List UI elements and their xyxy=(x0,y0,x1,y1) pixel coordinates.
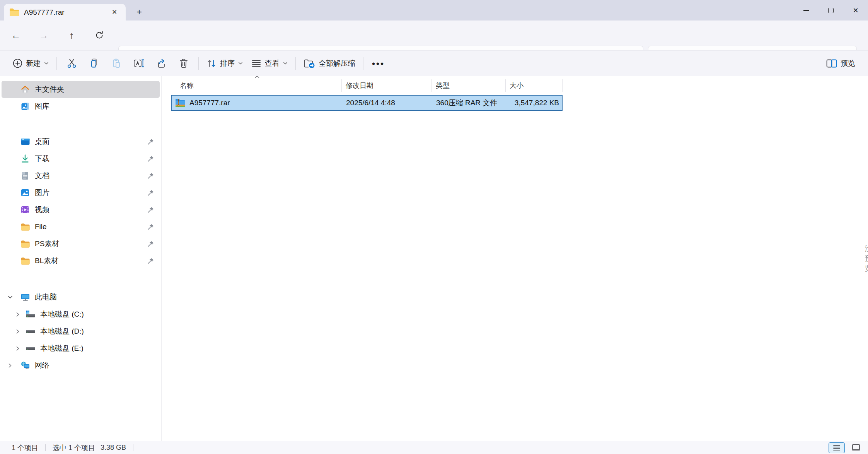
column-header-size[interactable]: 大小 xyxy=(506,79,563,92)
pin-icon xyxy=(147,138,154,145)
sidebar-item-label: 图片 xyxy=(35,188,49,198)
sidebar-item-pictures[interactable]: 图片 xyxy=(2,184,160,201)
sidebar-item-desktop[interactable]: 桌面 xyxy=(2,133,160,150)
network-icon xyxy=(20,360,30,370)
desktop-icon xyxy=(20,137,30,147)
sidebar-item-label: BL素材 xyxy=(35,256,58,266)
rename-button[interactable] xyxy=(128,54,150,73)
cut-button[interactable] xyxy=(60,54,83,73)
toolbar-left: 新建 排序 xyxy=(9,51,389,76)
sidebar-item-file-folder[interactable]: File xyxy=(2,218,160,235)
details-view-button[interactable] xyxy=(829,442,845,453)
refresh-icon xyxy=(95,31,104,40)
file-row-selected[interactable]: A957777.rar 2025/6/14 4:48 360压缩 RAR 文件 … xyxy=(171,95,563,111)
gallery-icon xyxy=(20,101,30,111)
sidebar-item-gallery[interactable]: 图库 xyxy=(2,98,160,115)
sidebar-item-home[interactable]: 主文件夹 xyxy=(2,81,160,98)
status-divider xyxy=(45,444,46,451)
sidebar-item-downloads[interactable]: 下载 xyxy=(2,150,160,167)
more-options-button[interactable]: ●●● xyxy=(367,54,389,73)
navigation-sidebar: 主文件夹 图库 桌面 下载 xyxy=(0,76,162,441)
column-header-type[interactable]: 类型 xyxy=(432,79,506,92)
tab-a957777[interactable]: A957777.rar ✕ xyxy=(4,4,126,21)
column-header-name[interactable]: 名称 xyxy=(171,79,342,92)
view-button[interactable]: 查看 xyxy=(247,54,292,73)
share-button[interactable] xyxy=(150,54,172,73)
paste-button xyxy=(105,54,128,73)
close-button[interactable]: ✕ xyxy=(843,0,868,21)
sidebar-item-label: 网络 xyxy=(35,360,49,370)
sidebar-item-ps-folder[interactable]: PS素材 xyxy=(2,235,160,252)
minimize-icon xyxy=(803,10,809,11)
view-button-label: 查看 xyxy=(265,58,280,69)
drive-c-icon xyxy=(26,309,36,319)
sidebar-item-bl-folder[interactable]: BL素材 xyxy=(2,252,160,269)
folder-icon xyxy=(20,256,30,266)
large-thumbnails-view-button[interactable] xyxy=(848,442,864,453)
toolbar-divider xyxy=(363,57,363,70)
sort-button[interactable]: 排序 xyxy=(202,54,247,73)
pin-icon xyxy=(147,155,154,162)
forward-button: → xyxy=(35,26,53,44)
sort-icon xyxy=(206,58,217,69)
more-icon: ●●● xyxy=(372,60,384,67)
new-button-label: 新建 xyxy=(26,58,41,69)
chevron-collapsed-icon[interactable] xyxy=(7,362,13,368)
sidebar-item-drive-d[interactable]: 本地磁盘 (D:) xyxy=(2,323,160,340)
sidebar-item-label: 视频 xyxy=(35,205,49,215)
toolbar-divider xyxy=(56,57,57,70)
sidebar-item-network[interactable]: 网络 xyxy=(2,357,160,374)
new-tab-button[interactable]: + xyxy=(132,5,146,19)
tab-close-icon[interactable]: ✕ xyxy=(109,7,120,18)
selection-size: 3.38 GB xyxy=(101,444,126,452)
extract-all-button[interactable]: 全部解压缩 xyxy=(299,54,360,73)
copy-button[interactable] xyxy=(83,54,105,73)
preview-toggle-button[interactable]: 预览 xyxy=(822,54,859,73)
chevron-collapsed-icon[interactable] xyxy=(15,328,21,334)
minimize-button[interactable] xyxy=(794,0,819,21)
pin-icon xyxy=(147,240,154,247)
sidebar-item-label: PS素材 xyxy=(35,239,59,249)
folder-icon xyxy=(20,239,30,249)
document-icon xyxy=(20,171,30,181)
sidebar-item-drive-e[interactable]: 本地磁盘 (E:) xyxy=(2,340,160,357)
sidebar-item-label: 本地磁盘 (D:) xyxy=(40,326,84,336)
drive-icon xyxy=(26,343,36,353)
back-button[interactable]: ← xyxy=(7,26,25,44)
sort-ascending-icon xyxy=(254,75,260,79)
toolbar-divider xyxy=(198,57,199,70)
cut-icon xyxy=(67,58,77,69)
share-icon xyxy=(156,58,167,69)
chevron-collapsed-icon[interactable] xyxy=(15,311,21,317)
chevron-down-icon xyxy=(44,62,49,65)
file-explorer-window: A957777.rar ✕ + ✕ ← → ↑ A957777 A957777.… xyxy=(0,0,868,454)
sidebar-item-label: 本地磁盘 (E:) xyxy=(40,343,84,353)
sidebar-item-label: 桌面 xyxy=(35,137,49,147)
sidebar-item-this-pc[interactable]: 此电脑 xyxy=(2,289,160,306)
sidebar-item-label: 图库 xyxy=(35,101,49,111)
file-name: A957777.rar xyxy=(189,99,230,107)
chevron-collapsed-icon[interactable] xyxy=(15,345,21,351)
toolbar-right: 预览 xyxy=(822,54,859,73)
sidebar-item-drive-c[interactable]: 本地磁盘 (C:) xyxy=(2,306,160,323)
sidebar-item-videos[interactable]: 视频 xyxy=(2,201,160,218)
maximize-button[interactable] xyxy=(819,0,843,21)
sidebar-gap xyxy=(0,269,161,289)
chevron-down-icon xyxy=(283,62,288,65)
column-header-modified[interactable]: 修改日期 xyxy=(342,79,432,92)
status-divider xyxy=(133,444,133,451)
preview-pane-icon xyxy=(826,59,837,68)
rar-archive-icon xyxy=(174,97,186,109)
sort-button-label: 排序 xyxy=(220,58,235,69)
chevron-expanded-icon[interactable] xyxy=(7,294,13,300)
home-icon xyxy=(20,84,30,94)
sidebar-item-label: 文档 xyxy=(35,171,49,181)
refresh-button[interactable] xyxy=(90,26,108,44)
delete-button[interactable] xyxy=(172,54,195,73)
sidebar-item-documents[interactable]: 文档 xyxy=(2,167,160,184)
up-button[interactable]: ↑ xyxy=(63,26,80,44)
sidebar-gap xyxy=(0,115,161,133)
pin-icon xyxy=(147,257,154,264)
details-view-icon xyxy=(833,445,841,451)
new-button[interactable]: 新建 xyxy=(9,54,53,73)
